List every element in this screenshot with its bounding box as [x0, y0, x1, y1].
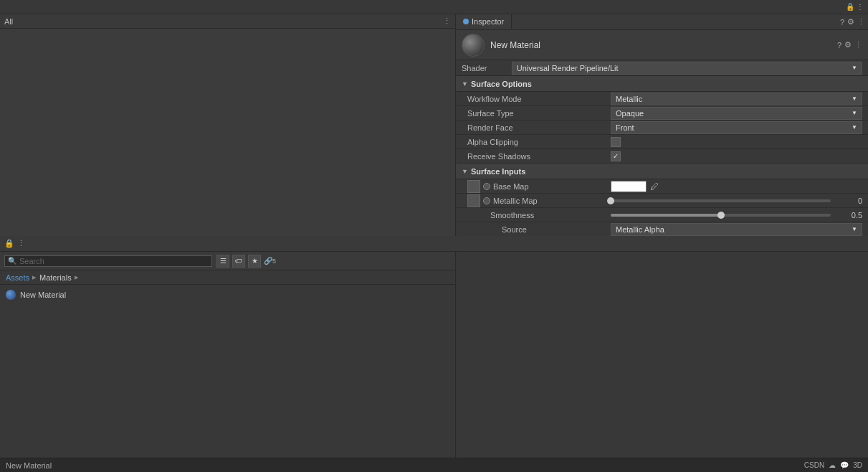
- surface-inputs-section-header[interactable]: ▼ Surface Inputs: [456, 164, 868, 179]
- material-sphere-preview: [462, 34, 485, 57]
- assets-count-badge: 🔗 5: [264, 257, 276, 265]
- alpha-clipping-checkbox[interactable]: [611, 137, 621, 147]
- base-map-label-area: Base Map: [467, 180, 611, 193]
- inspector-settings-icon[interactable]: ⚙: [847, 17, 854, 27]
- status-bar: New Material CSDN ☁ 💬 3D: [0, 458, 868, 472]
- material-settings-icon[interactable]: ⚙: [844, 40, 852, 49]
- source-selected: Metallic Alpha: [616, 225, 664, 234]
- assets-lock-icon[interactable]: 🔒: [4, 239, 14, 248]
- render-face-label: Render Face: [467, 123, 611, 132]
- smoothness-slider-fill: [611, 214, 721, 217]
- material-name-label: New Material: [490, 40, 831, 50]
- inspector-tab-label: Inspector: [472, 17, 504, 26]
- inspector-tab[interactable]: Inspector: [456, 14, 512, 29]
- workflow-mode-row: Workflow Mode Metallic ▼: [456, 92, 868, 106]
- smoothness-row: Smoothness 0.5: [456, 208, 868, 222]
- receive-shadows-value: [611, 151, 862, 161]
- list-item[interactable]: New Material: [3, 288, 452, 302]
- all-tab-label: All: [4, 17, 13, 26]
- base-map-texture-slot[interactable]: [467, 180, 480, 193]
- shader-dropdown-arrow: ▼: [852, 65, 857, 71]
- workflow-mode-dropdown[interactable]: Metallic ▼: [611, 93, 862, 105]
- receive-shadows-checkbox[interactable]: [611, 151, 621, 161]
- assets-toolbar: 🔒 ⋮: [0, 236, 868, 252]
- status-right-icons: CSDN ☁ 💬 3D: [804, 461, 862, 469]
- lock-icon[interactable]: 🔒: [845, 2, 855, 12]
- base-map-row: Base Map 🖊: [456, 179, 868, 194]
- assets-menu-icon[interactable]: ⋮: [17, 239, 25, 248]
- breadcrumb-sep: ▸: [32, 273, 37, 282]
- breadcrumb-materials: Materials: [39, 273, 72, 282]
- material-header: New Material ? ⚙ ⋮: [456, 30, 868, 60]
- surface-type-row: Surface Type Opaque ▼: [456, 106, 868, 121]
- base-map-dropper-icon[interactable]: 🖊: [649, 181, 659, 192]
- surface-inputs-arrow: ▼: [462, 168, 468, 175]
- assets-search-bar-row: 🔍 Search ☰ 🏷 ★ 🔗 5: [0, 252, 455, 270]
- shader-label: Shader: [462, 64, 512, 72]
- shader-row: Shader Universal Render Pipeline/Lit ▼: [456, 60, 868, 76]
- assets-toolbar-right: ☰ 🏷 ★ 🔗 5: [216, 255, 276, 268]
- inspector-panel: Inspector ? ⚙ ⋮ New Material ? ⚙ ⋮ Shade…: [456, 14, 868, 236]
- source-dropdown[interactable]: Metallic Alpha ▼: [611, 223, 862, 236]
- bottom-section: 🔒 ⋮ 🔍 Search ☰ 🏷 ★ 🔗 5: [0, 236, 868, 458]
- left-panel: All ⋮: [0, 14, 456, 236]
- shader-dropdown[interactable]: Universal Render Pipeline/Lit ▼: [512, 62, 862, 75]
- menu-icon[interactable]: ⋮: [855, 2, 865, 12]
- status-text: New Material: [6, 461, 52, 470]
- render-face-value: Front ▼: [611, 121, 862, 134]
- surface-type-dropdown[interactable]: Opaque ▼: [611, 107, 862, 120]
- metallic-slider-track[interactable]: [611, 199, 831, 202]
- surface-options-title: Surface Options: [471, 80, 532, 88]
- workflow-mode-value: Metallic ▼: [611, 93, 862, 105]
- receive-shadows-label: Receive Shadows: [467, 152, 611, 161]
- render-face-dropdown[interactable]: Front ▼: [611, 121, 862, 134]
- surface-inputs-title: Surface Inputs: [471, 167, 525, 176]
- shader-value: Universal Render Pipeline/Lit: [517, 64, 619, 72]
- assets-toolbar-left: 🔒 ⋮: [4, 239, 864, 248]
- smoothness-slider-thumb[interactable]: [717, 212, 725, 219]
- smoothness-slider-value: 0.5: [834, 211, 862, 220]
- base-map-controls: 🖊: [611, 181, 862, 192]
- top-bar: 🔒 ⋮: [0, 0, 868, 14]
- search-placeholder: Search: [19, 257, 44, 265]
- smoothness-slider-track[interactable]: [611, 214, 831, 217]
- source-arrow: ▼: [852, 226, 857, 232]
- render-face-arrow: ▼: [852, 124, 857, 131]
- metallic-map-texture-slot[interactable]: [467, 194, 480, 207]
- assets-filter-btn[interactable]: ☰: [216, 255, 229, 268]
- chat-icon: 💬: [840, 461, 849, 469]
- source-label: Source: [467, 225, 611, 234]
- surface-type-value: Opaque ▼: [611, 107, 862, 120]
- base-map-color-swatch[interactable]: [611, 181, 647, 192]
- cloud-icon: ☁: [829, 461, 836, 469]
- surface-options-section-header[interactable]: ▼ Surface Options: [456, 76, 868, 92]
- breadcrumb-end-sep: ▸: [75, 273, 79, 282]
- breadcrumb-assets[interactable]: Assets: [6, 273, 29, 282]
- source-value: Metallic Alpha ▼: [611, 223, 862, 236]
- metallic-slider-thumb[interactable]: [607, 197, 614, 204]
- workflow-mode-label: Workflow Mode: [467, 95, 611, 103]
- metallic-map-label: Metallic Map: [493, 197, 538, 205]
- alpha-clipping-label: Alpha Clipping: [467, 138, 611, 146]
- inspector-help-icon[interactable]: ?: [840, 18, 844, 27]
- assets-breadcrumb: Assets ▸ Materials ▸: [0, 270, 455, 285]
- assets-label-btn[interactable]: 🏷: [232, 255, 245, 268]
- material-menu-icon[interactable]: ⋮: [854, 40, 862, 49]
- metallic-map-label-area: Metallic Map: [467, 194, 611, 207]
- inspector-tab-dot: [463, 19, 469, 24]
- workflow-mode-arrow: ▼: [852, 95, 857, 102]
- assets-search-input[interactable]: 🔍 Search: [4, 255, 212, 267]
- alpha-clipping-row: Alpha Clipping: [456, 135, 868, 149]
- assets-star-btn[interactable]: ★: [248, 255, 261, 268]
- inspector-content: ▼ Surface Options Workflow Mode Metallic…: [456, 76, 868, 236]
- bottom-split: 🔍 Search ☰ 🏷 ★ 🔗 5 Assets ▸ Materials: [0, 252, 868, 458]
- material-help-icon[interactable]: ?: [837, 41, 841, 49]
- metallic-slider-row: 0: [611, 197, 862, 205]
- inspector-menu-icon[interactable]: ⋮: [857, 17, 865, 27]
- metallic-map-row: Metallic Map 0: [456, 194, 868, 208]
- left-panel-menu-icon[interactable]: ⋮: [443, 16, 451, 26]
- inspector-tab-spacer: ? ⚙ ⋮: [512, 14, 868, 29]
- assets-content: New Material: [0, 285, 455, 458]
- left-top-bar: All ⋮: [0, 14, 455, 29]
- inspector-tab-bar: Inspector ? ⚙ ⋮: [456, 14, 868, 30]
